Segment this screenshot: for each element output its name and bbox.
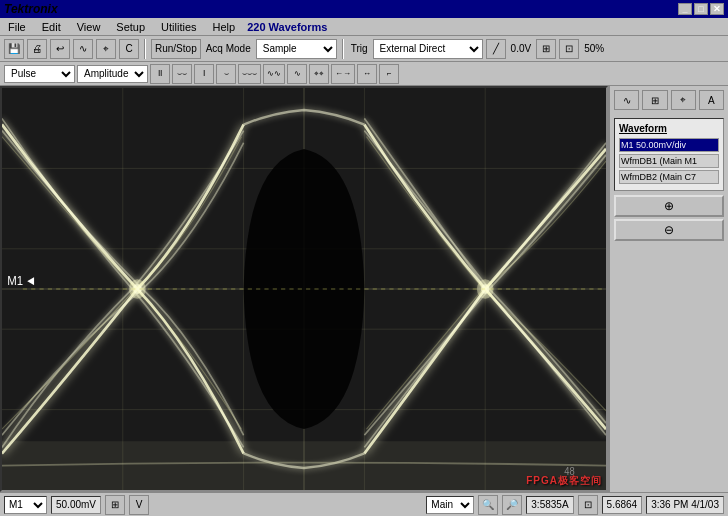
- toolbar-C-button[interactable]: C: [119, 39, 139, 59]
- meas-btn-7[interactable]: ∿: [287, 64, 307, 84]
- menu-utilities[interactable]: Utilities: [157, 20, 200, 34]
- waveform-item-2[interactable]: WfmDB2 (Main C7: [619, 170, 719, 184]
- toolbar-cursor-icon[interactable]: ⌖: [96, 39, 116, 59]
- time-display-2: 5.6864: [602, 496, 643, 514]
- right-wave-icon[interactable]: ∿: [614, 90, 639, 110]
- meas-btn-11[interactable]: ⌐: [379, 64, 399, 84]
- main-area: M1 ◄ 48 FPGA极客空间 ∿ ⊞ ⌖ A Waveform M1 50.…: [0, 86, 728, 492]
- toolbar-undo-icon[interactable]: ↩: [50, 39, 70, 59]
- meas-btn-1[interactable]: ⅠⅠ: [150, 64, 170, 84]
- watermark: FPGA极客空间: [526, 474, 602, 488]
- menu-setup[interactable]: Setup: [112, 20, 149, 34]
- meas-btn-10[interactable]: ↔: [357, 64, 377, 84]
- waveform-item-1[interactable]: WfmDB1 (Main M1: [619, 154, 719, 168]
- eye-diagram-svg: M1 ◄ 48: [2, 88, 606, 490]
- menu-edit[interactable]: Edit: [38, 20, 65, 34]
- time-display-1: 3:5835A: [526, 496, 573, 514]
- status-zoom-out[interactable]: 🔎: [502, 495, 522, 515]
- menu-help[interactable]: Help: [209, 20, 240, 34]
- channel-select[interactable]: M1 CH1 CH2: [4, 496, 47, 514]
- main-toolbar: 💾 🖨 ↩ ∿ ⌖ C Run/Stop Acq Mode Sample Pea…: [0, 36, 728, 62]
- toolbar-zoom-icon[interactable]: ⊡: [559, 39, 579, 59]
- window-controls: _ □ ✕: [678, 3, 724, 15]
- toolbar-grid-icon[interactable]: ⊞: [536, 39, 556, 59]
- right-buttons: ⊕ ⊖: [614, 195, 724, 241]
- waveform-panel-title: Waveform: [619, 123, 719, 134]
- menu-view[interactable]: View: [73, 20, 105, 34]
- svg-text:M1: M1: [7, 274, 23, 289]
- svg-rect-11: [2, 441, 606, 490]
- sample-mode-select[interactable]: Sample Peak Detect Hi Res Average: [256, 39, 337, 59]
- toolbar-print-icon[interactable]: 🖨: [27, 39, 47, 59]
- toolbar-save-icon[interactable]: 💾: [4, 39, 24, 59]
- meas-btn-6[interactable]: ∿∿: [263, 64, 285, 84]
- meas-btn-2[interactable]: ⌣⌣: [172, 64, 192, 84]
- status-v-btn[interactable]: V: [129, 495, 149, 515]
- voltage-label: 0.0V: [509, 43, 534, 54]
- meas-btn-5[interactable]: ⌣⌣⌣: [238, 64, 261, 84]
- percent-label: 50%: [582, 43, 606, 54]
- meas-btn-3[interactable]: Ⅰ: [194, 64, 214, 84]
- status-zoom-in[interactable]: 🔍: [478, 495, 498, 515]
- maximize-button[interactable]: □: [694, 3, 708, 15]
- trig-slope-icon[interactable]: ╱: [486, 39, 506, 59]
- right-btn-1[interactable]: ⊕: [614, 195, 724, 217]
- right-grid-icon[interactable]: ⊞: [642, 90, 667, 110]
- minimize-button[interactable]: _: [678, 3, 692, 15]
- meas-btn-4[interactable]: ⌣: [216, 64, 236, 84]
- right-btn-2[interactable]: ⊖: [614, 219, 724, 241]
- right-auto-icon[interactable]: A: [699, 90, 724, 110]
- menu-bar: File Edit View Setup Utilities Help 220 …: [0, 18, 728, 36]
- waveform-count: 220 Waveforms: [247, 21, 327, 33]
- meas-btn-8[interactable]: ⌖⌖: [309, 64, 329, 84]
- svg-text:◄: ◄: [25, 274, 36, 289]
- scope-display: M1 ◄ 48 FPGA极客空间: [0, 86, 608, 492]
- status-bar: M1 CH1 CH2 50.00mV ⊞ V Main Zoom 🔍 🔎 3:5…: [0, 492, 728, 516]
- meas-btn-9[interactable]: ←→: [331, 64, 355, 84]
- main-select[interactable]: Main Zoom: [426, 496, 474, 514]
- right-panel: ∿ ⊞ ⌖ A Waveform M1 50.00mV/div WfmDB1 (…: [608, 86, 728, 492]
- trig-mode-select[interactable]: External Direct CH1 CH2: [373, 39, 483, 59]
- right-measure-icon[interactable]: ⌖: [671, 90, 696, 110]
- run-stop-button[interactable]: Run/Stop: [151, 39, 201, 59]
- toolbar-divider-1: [144, 39, 146, 59]
- waveform-panel: Waveform M1 50.00mV/div WfmDB1 (Main M1 …: [614, 118, 724, 191]
- pulse-mode-select[interactable]: Pulse Rise Time: [4, 65, 75, 83]
- status-extra-btn[interactable]: ⊡: [578, 495, 598, 515]
- toolbar-divider-2: [342, 39, 344, 59]
- secondary-toolbar: Pulse Rise Time Amplitude High Low ⅠⅠ ⌣⌣…: [0, 62, 728, 86]
- acq-mode-label: Acq Mode: [204, 43, 253, 54]
- scale-display: 50.00mV: [51, 496, 101, 514]
- title-bar: Tektronix _ □ ✕: [0, 0, 728, 18]
- datetime-display: 3:36 PM 4/1/03: [646, 496, 724, 514]
- status-grid-btn[interactable]: ⊞: [105, 495, 125, 515]
- app-title: Tektronix: [4, 2, 58, 16]
- trig-label: Trig: [349, 43, 370, 54]
- toolbar-waveform-icon[interactable]: ∿: [73, 39, 93, 59]
- close-button[interactable]: ✕: [710, 3, 724, 15]
- waveform-item-0[interactable]: M1 50.00mV/div: [619, 138, 719, 152]
- menu-file[interactable]: File: [4, 20, 30, 34]
- amplitude-mode-select[interactable]: Amplitude High Low: [77, 65, 148, 83]
